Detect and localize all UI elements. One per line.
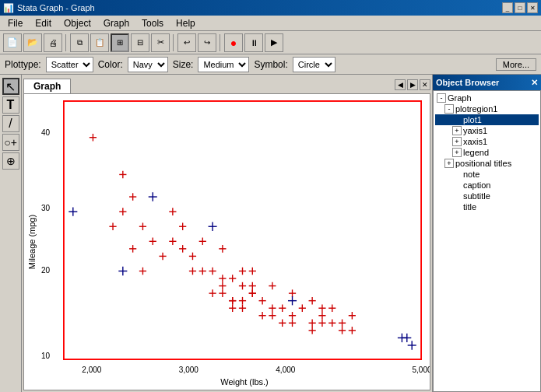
ob-label-4: xaxis1	[463, 137, 487, 146]
chart-plot-area: 10 20 30 40 2,000 3,000 4,000 5,000	[63, 100, 422, 360]
ob-tree-item-8[interactable]: caption	[435, 180, 539, 191]
ob-expand-0[interactable]: -	[437, 93, 446, 103]
line-tool[interactable]: /	[2, 115, 19, 132]
plottype-bar: Plottype: Scatter Color: Navy Size: Medi…	[0, 54, 541, 75]
tab-bar: Graph ◀ ▶ ✕	[22, 75, 432, 93]
x-tick-4000: 4,000	[276, 366, 295, 374]
object-browser-panel: Object Browser ✕ -Graph-plotregion1plot1…	[432, 75, 541, 392]
ob-tree-item-2[interactable]: plot1	[435, 114, 539, 125]
menu-file[interactable]: File	[2, 16, 29, 30]
x-tick-2000: 2,000	[82, 366, 101, 374]
app-icon: 📊	[3, 3, 14, 13]
graph-tab[interactable]: Graph	[23, 79, 71, 93]
symbol-select[interactable]: Circle	[293, 57, 335, 72]
select-tool[interactable]: ↖	[2, 78, 19, 95]
left-toolbar: ↖ T / ○+ ⊕	[0, 75, 22, 392]
y-tick-10: 10	[41, 352, 50, 360]
open-button[interactable]: 📂	[23, 33, 42, 52]
graph-type2-button[interactable]: ⊟	[131, 33, 149, 52]
menu-help[interactable]: Help	[170, 16, 202, 30]
window-title: Stata Graph - Graph	[17, 3, 95, 12]
separator-2	[173, 34, 174, 51]
y-axis-label: Mileage (mpg)	[27, 215, 37, 269]
object-browser-title-bar: Object Browser ✕	[433, 75, 541, 90]
tab-close-button[interactable]: ✕	[420, 79, 430, 90]
graph-type-button[interactable]: ⊞	[111, 33, 129, 52]
main-area: ↖ T / ○+ ⊕ Graph ◀ ▶ ✕ Mileage (mpg) Wei…	[0, 75, 541, 392]
ob-label-6: positional titles	[455, 159, 511, 168]
ob-label-5: legend	[463, 148, 489, 157]
paste-button[interactable]: 📋	[90, 33, 109, 52]
size-label: Size:	[173, 59, 194, 70]
ob-tree-item-10[interactable]: title	[435, 201, 539, 212]
symbol-label: Symbol:	[254, 59, 287, 70]
main-toolbar: 📄 📂 🖨 ⧉ 📋 ⊞ ⊟ ✂ ↩ ↪ ● ⏸ ▶	[0, 31, 541, 54]
ob-tree-item-1[interactable]: -plotregion1	[435, 103, 539, 114]
ob-expand-6[interactable]: +	[444, 159, 454, 168]
pause-button[interactable]: ⏸	[244, 33, 263, 52]
ob-tree-item-4[interactable]: +xaxis1	[435, 136, 539, 147]
chart-svg	[63, 100, 422, 360]
menu-object[interactable]: Object	[58, 16, 97, 30]
ob-expand-5[interactable]: +	[452, 148, 462, 157]
redo-button[interactable]: ↪	[198, 33, 216, 52]
play-button[interactable]: ▶	[265, 33, 283, 52]
more-button[interactable]: More...	[496, 58, 536, 71]
menu-graph[interactable]: Graph	[97, 16, 135, 30]
x-tick-3000: 3,000	[179, 366, 198, 374]
copy-button[interactable]: ⧉	[70, 33, 89, 52]
ob-label-2: plot1	[463, 115, 482, 124]
y-tick-40: 40	[41, 128, 50, 137]
minimize-button[interactable]: _	[502, 2, 513, 13]
plottype-select[interactable]: Scatter	[46, 57, 93, 72]
separator-1	[65, 34, 67, 51]
undo-button[interactable]: ↩	[177, 33, 196, 52]
ob-tree-item-5[interactable]: +legend	[435, 147, 539, 158]
record-button[interactable]: ●	[224, 33, 243, 52]
x-axis-label: Weight (lbs.)	[67, 377, 422, 387]
text-tool[interactable]: T	[2, 96, 19, 114]
tab-next-button[interactable]: ▶	[407, 79, 418, 90]
ob-label-9: subtitle	[463, 191, 490, 201]
ob-tree-item-0[interactable]: -Graph	[435, 93, 539, 103]
y-tick-20: 20	[41, 266, 50, 275]
plottype-label: Plottype:	[5, 59, 41, 70]
ob-expand-4[interactable]: +	[452, 137, 462, 146]
ob-label-10: title	[463, 202, 476, 212]
ob-label-1: plotregion1	[455, 104, 497, 114]
object-browser-close[interactable]: ✕	[531, 78, 538, 88]
tab-prev-button[interactable]: ◀	[395, 79, 406, 90]
ob-tree-item-9[interactable]: subtitle	[435, 191, 539, 201]
print-button[interactable]: 🖨	[44, 33, 62, 52]
svg-rect-1	[64, 101, 421, 359]
color-label: Color:	[98, 59, 123, 70]
menu-edit[interactable]: Edit	[29, 16, 58, 30]
graph-area: Graph ◀ ▶ ✕ Mileage (mpg) Weight (lbs.) …	[22, 75, 432, 392]
x-tick-5000: 5,000	[412, 366, 430, 374]
maximize-button[interactable]: □	[515, 2, 525, 13]
menu-tools[interactable]: Tools	[135, 16, 170, 30]
menu-bar: File Edit Object Graph Tools Help	[0, 16, 541, 31]
ob-tree-item-7[interactable]: note	[435, 169, 539, 180]
object-browser-content: -Graph-plotregion1plot1+yaxis1+xaxis1+le…	[433, 90, 541, 392]
color-select[interactable]: Navy	[128, 57, 168, 72]
move-tool[interactable]: ⊕	[2, 152, 19, 170]
ob-label-3: yaxis1	[463, 126, 487, 135]
ob-label-7: note	[463, 170, 480, 179]
separator-3	[220, 34, 221, 51]
scissors-button[interactable]: ✂	[151, 33, 170, 52]
ob-expand-1[interactable]: -	[444, 104, 454, 114]
title-bar: 📊 Stata Graph - Graph _ □ ✕	[0, 0, 541, 16]
object-browser-title: Object Browser	[436, 78, 499, 87]
circle-tool[interactable]: ○+	[2, 134, 19, 151]
close-button[interactable]: ✕	[527, 2, 538, 13]
y-axis-label-container: Mileage (mpg)	[27, 215, 37, 269]
new-button[interactable]: 📄	[3, 33, 22, 52]
size-select[interactable]: Medium	[198, 57, 249, 72]
y-tick-30: 30	[41, 204, 50, 212]
ob-tree-item-3[interactable]: +yaxis1	[435, 125, 539, 136]
graph-content: Mileage (mpg) Weight (lbs.) 10 20 30 40 …	[23, 93, 430, 390]
tab-navigation: ◀ ▶ ✕	[395, 79, 430, 90]
ob-tree-item-6[interactable]: +positional titles	[435, 158, 539, 169]
ob-expand-3[interactable]: +	[452, 126, 462, 135]
